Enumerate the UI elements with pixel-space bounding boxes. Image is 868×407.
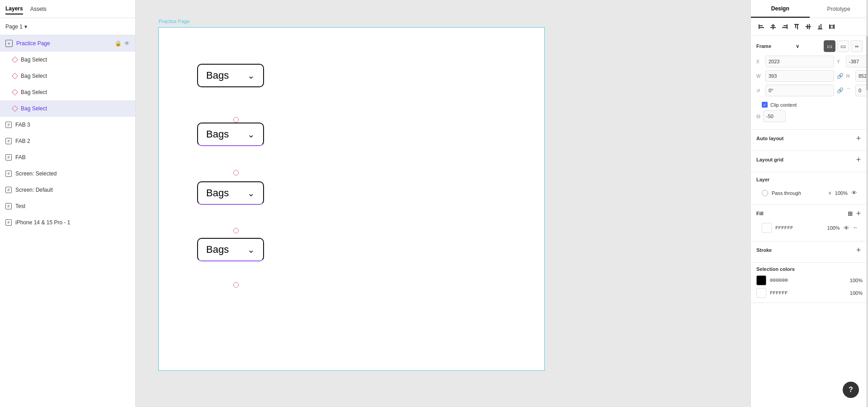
layer-visibility-icon[interactable]: 👁 xyxy=(851,189,857,196)
frame-icon: + xyxy=(5,40,13,47)
scroll-thumb[interactable] xyxy=(866,36,868,90)
xy-row: X Y xyxy=(756,56,863,67)
component-icon xyxy=(12,73,18,79)
svg-rect-9 xyxy=(794,24,799,25)
layer-test[interactable]: # Test xyxy=(0,198,135,214)
layer-fab3[interactable]: # FAB 3 xyxy=(0,117,135,133)
y-label: Y xyxy=(837,59,843,64)
fill-visibility-icon[interactable]: 👁 xyxy=(844,225,849,232)
y-input[interactable] xyxy=(846,56,868,67)
stroke-label: Stroke xyxy=(756,247,772,253)
lock-ratio-icon[interactable]: 🔗 xyxy=(837,73,844,79)
layer-label-test: Test xyxy=(15,203,130,209)
layer-fab2[interactable]: # FAB 2 xyxy=(0,133,135,149)
layer-label-bag-select-2: Bag Select xyxy=(21,73,130,79)
layout-grid-add-button[interactable]: + xyxy=(854,156,863,164)
prototype-connector-4 xyxy=(233,282,239,288)
chevron-icon-3: ⌄ xyxy=(247,188,255,199)
layer-bag-select-3[interactable]: Bag Select xyxy=(0,84,135,100)
svg-rect-20 xyxy=(830,25,833,28)
bags-button-2[interactable]: Bags ⌄ xyxy=(197,123,264,146)
corner-label: ⌒ xyxy=(846,87,853,94)
align-center-h-button[interactable] xyxy=(768,22,778,32)
bags-button-4[interactable]: Bags ⌄ xyxy=(197,238,264,261)
sel-color-swatch-1[interactable] xyxy=(756,275,766,285)
autolayout-value-input[interactable] xyxy=(763,110,786,122)
align-right-button[interactable] xyxy=(780,22,790,32)
rotation-label: ↺ xyxy=(756,88,763,93)
canvas-area[interactable]: Practice Page Bags ⌄ Bags ⌄ Bags ⌄ Bags … xyxy=(136,0,750,407)
sel-color-swatch-2[interactable] xyxy=(756,288,766,298)
stroke-add-button[interactable]: + xyxy=(854,246,863,254)
page-selector[interactable]: Page 1 ▾ xyxy=(0,18,135,35)
auto-layout-header: Auto layout + xyxy=(756,134,863,142)
svg-rect-16 xyxy=(819,25,820,28)
frame-icon: # xyxy=(5,203,12,209)
align-left-button[interactable] xyxy=(756,22,766,32)
fill-color-swatch[interactable] xyxy=(762,223,772,233)
svg-rect-18 xyxy=(829,24,830,29)
help-button[interactable]: ? xyxy=(843,382,859,398)
sel-color-hex-1[interactable]: 000000 xyxy=(770,278,843,283)
align-bottom-button[interactable] xyxy=(815,22,825,32)
chevron-icon-2: ⌄ xyxy=(247,129,255,140)
x-input[interactable] xyxy=(765,56,834,67)
frame-icon: # xyxy=(5,154,12,161)
rotation-lock-icon: 🔗 xyxy=(837,87,844,94)
frame-icon: # xyxy=(5,219,12,226)
fill-opacity-value[interactable]: 100% xyxy=(824,225,840,231)
stroke-section-header: Stroke + xyxy=(756,246,863,254)
sel-color-hex-2[interactable]: FFFFFF xyxy=(770,290,843,296)
rotation-input[interactable] xyxy=(765,85,834,96)
left-top-tabs: Layers Assets xyxy=(0,0,135,18)
clip-content-checkbox[interactable]: ✓ xyxy=(762,102,768,108)
distribute-button[interactable] xyxy=(827,22,837,32)
layer-iphone[interactable]: # iPhone 14 & 15 Pro - 1 xyxy=(0,214,135,231)
frame-icon: # xyxy=(5,138,12,144)
layer-practice-page[interactable]: + Practice Page 🔒 👁 xyxy=(0,35,135,52)
frame-expand-button[interactable]: ⇔ xyxy=(851,40,863,52)
tab-design[interactable]: Design xyxy=(751,0,810,18)
layout-grid-section: Layout grid + xyxy=(751,151,868,172)
align-center-v-button[interactable] xyxy=(803,22,813,32)
stroke-section: Stroke + xyxy=(751,241,868,263)
tab-layers[interactable]: Layers xyxy=(5,4,23,14)
fill-section-header: Fill ⊞ + xyxy=(756,209,863,218)
clip-content-label: Clip content xyxy=(770,102,797,108)
auto-layout-add-button[interactable]: + xyxy=(854,134,863,142)
fill-add-button[interactable]: + xyxy=(854,209,863,218)
layout-grid-label: Layout grid xyxy=(756,157,783,162)
fill-color-value[interactable]: FFFFFF xyxy=(775,225,821,231)
align-top-button[interactable] xyxy=(792,22,802,32)
fill-grid-icon[interactable]: ⊞ xyxy=(848,210,853,217)
bags-button-1[interactable]: Bags ⌄ xyxy=(197,64,264,87)
blend-mode-select[interactable]: Pass through xyxy=(772,190,825,196)
svg-rect-11 xyxy=(797,25,798,29)
tab-prototype[interactable]: Prototype xyxy=(810,0,868,18)
layer-bag-select-4[interactable]: Bag Select xyxy=(0,100,135,117)
selection-colors-section: Selection colors 000000 100% FFFFFF 100% xyxy=(751,263,868,303)
frame-type-buttons: ▭ ▭ ⇔ xyxy=(824,40,863,52)
canvas-frame: Practice Page Bags ⌄ Bags ⌄ Bags ⌄ Bags … xyxy=(158,27,545,371)
layer-fab[interactable]: # FAB xyxy=(0,149,135,166)
frame-portrait-button[interactable]: ▭ xyxy=(824,40,835,52)
frame-icon: # xyxy=(5,122,12,128)
tab-assets[interactable]: Assets xyxy=(30,4,47,14)
bags-button-3[interactable]: Bags ⌄ xyxy=(197,181,264,205)
sel-color-row-2: FFFFFF 100% xyxy=(756,288,863,298)
layer-screen-selected[interactable]: # Screen: Selected xyxy=(0,166,135,182)
component-icon xyxy=(12,89,18,95)
svg-rect-7 xyxy=(783,25,787,26)
layer-label-fab: FAB xyxy=(15,154,130,161)
layer-section-label: Layer xyxy=(756,177,769,182)
layer-bag-select-1[interactable]: Bag Select xyxy=(0,52,135,68)
layer-label-screen-selected: Screen: Selected xyxy=(15,170,130,177)
layer-screen-default[interactable]: # Screen: Default xyxy=(0,182,135,198)
w-input[interactable] xyxy=(765,70,834,82)
sel-color-opacity-1: 100% xyxy=(847,278,863,283)
sel-color-opacity-2: 100% xyxy=(847,290,863,296)
frame-landscape-button[interactable]: ▭ xyxy=(837,40,849,52)
autolayout-icon: ⊟ xyxy=(756,114,760,119)
fill-remove-icon[interactable]: − xyxy=(853,224,857,232)
layer-bag-select-2[interactable]: Bag Select xyxy=(0,68,135,84)
